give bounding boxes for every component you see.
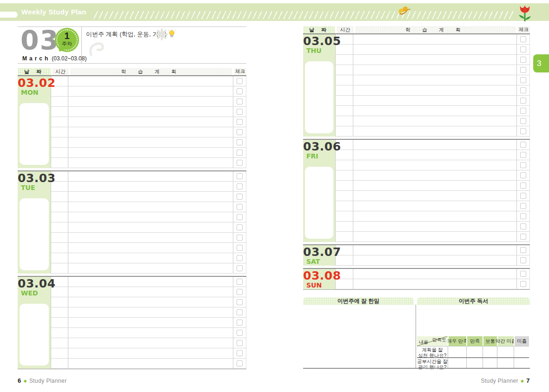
time-input-cell[interactable]: [51, 117, 68, 127]
plan-input-cell[interactable]: [353, 255, 517, 265]
task-checkbox[interactable]: [520, 213, 526, 219]
plan-input-cell[interactable]: [68, 86, 233, 96]
plan-input-cell[interactable]: [353, 55, 517, 65]
task-checkbox[interactable]: [237, 340, 243, 346]
time-input-cell[interactable]: [336, 170, 353, 180]
task-checkbox[interactable]: [237, 350, 243, 356]
time-input-cell[interactable]: [51, 359, 68, 368]
plan-input-cell[interactable]: [68, 297, 233, 307]
task-checkbox[interactable]: [237, 360, 243, 366]
task-checkbox[interactable]: [237, 88, 243, 94]
time-input-cell[interactable]: [51, 148, 68, 157]
satisfaction-input-cell[interactable]: [466, 358, 483, 368]
time-input-cell[interactable]: [336, 106, 353, 116]
task-checkbox[interactable]: [237, 245, 243, 251]
task-checkbox[interactable]: [520, 247, 526, 253]
time-input-cell[interactable]: [336, 232, 353, 242]
task-checkbox[interactable]: [237, 98, 243, 105]
day-memo-area[interactable]: [20, 304, 49, 366]
task-checkbox[interactable]: [520, 172, 526, 178]
task-checkbox[interactable]: [520, 257, 526, 263]
task-checkbox[interactable]: [237, 204, 243, 210]
task-checkbox[interactable]: [520, 281, 526, 287]
plan-input-cell[interactable]: [353, 222, 517, 231]
plan-input-cell[interactable]: [68, 318, 233, 327]
time-input-cell[interactable]: [51, 202, 68, 212]
task-checkbox[interactable]: [237, 224, 243, 230]
time-input-cell[interactable]: [51, 263, 68, 273]
task-checkbox[interactable]: [237, 265, 243, 271]
time-input-cell[interactable]: [51, 253, 68, 263]
time-input-cell[interactable]: [336, 85, 353, 95]
task-checkbox[interactable]: [520, 152, 526, 158]
time-input-cell[interactable]: [51, 192, 68, 202]
plan-input-cell[interactable]: [353, 245, 517, 255]
task-checkbox[interactable]: [520, 193, 526, 199]
task-checkbox[interactable]: [237, 173, 243, 179]
plan-input-cell[interactable]: [68, 202, 233, 212]
plan-input-cell[interactable]: [68, 328, 233, 338]
task-checkbox[interactable]: [237, 320, 243, 326]
plan-input-cell[interactable]: [353, 160, 517, 170]
plan-input-cell[interactable]: [68, 307, 233, 317]
task-checkbox[interactable]: [520, 234, 526, 240]
task-checkbox[interactable]: [237, 183, 243, 189]
task-checkbox[interactable]: [237, 289, 243, 295]
satisfaction-input-cell[interactable]: [497, 358, 514, 368]
time-input-cell[interactable]: [51, 328, 68, 338]
plan-input-cell[interactable]: [353, 96, 517, 105]
plan-input-cell[interactable]: [68, 182, 233, 191]
plan-input-cell[interactable]: [68, 192, 233, 202]
task-checkbox[interactable]: [237, 139, 243, 145]
time-input-cell[interactable]: [336, 116, 353, 126]
task-checkbox[interactable]: [520, 162, 526, 168]
time-input-cell[interactable]: [51, 212, 68, 222]
time-input-cell[interactable]: [51, 137, 68, 147]
plan-input-cell[interactable]: [68, 287, 233, 297]
task-checkbox[interactable]: [520, 271, 526, 277]
plan-input-cell[interactable]: [68, 127, 233, 137]
time-input-cell[interactable]: [51, 233, 68, 242]
task-checkbox[interactable]: [237, 129, 243, 135]
time-input-cell[interactable]: [336, 75, 353, 85]
plan-input-cell[interactable]: [353, 45, 517, 54]
time-input-cell[interactable]: [51, 97, 68, 106]
plan-input-cell[interactable]: [353, 201, 517, 211]
task-checkbox[interactable]: [237, 235, 243, 241]
task-checkbox[interactable]: [520, 183, 526, 189]
plan-input-cell[interactable]: [353, 140, 517, 150]
time-input-cell[interactable]: [336, 222, 353, 231]
plan-input-cell[interactable]: [68, 338, 233, 348]
time-input-cell[interactable]: [336, 126, 353, 136]
task-checkbox[interactable]: [237, 255, 243, 261]
task-checkbox[interactable]: [237, 194, 243, 200]
plan-input-cell[interactable]: [353, 170, 517, 180]
good-things-content-area[interactable]: [303, 305, 415, 368]
plan-input-cell[interactable]: [353, 116, 517, 126]
task-checkbox[interactable]: [520, 57, 526, 63]
task-checkbox[interactable]: [520, 36, 526, 42]
task-checkbox[interactable]: [520, 98, 526, 104]
day-memo-area[interactable]: [20, 103, 49, 165]
plan-input-cell[interactable]: [353, 75, 517, 85]
plan-input-cell[interactable]: [68, 222, 233, 232]
reading-content-area[interactable]: [416, 305, 530, 335]
plan-input-cell[interactable]: [68, 171, 233, 181]
task-checkbox[interactable]: [520, 118, 526, 124]
task-checkbox[interactable]: [520, 67, 526, 73]
plan-input-cell[interactable]: [68, 359, 233, 368]
task-checkbox[interactable]: [237, 214, 243, 220]
time-input-cell[interactable]: [51, 158, 68, 168]
satisfaction-input-cell[interactable]: [466, 346, 483, 357]
plan-input-cell[interactable]: [353, 232, 517, 242]
time-input-cell[interactable]: [51, 107, 68, 117]
task-checkbox[interactable]: [520, 108, 526, 114]
plan-input-cell[interactable]: [68, 243, 233, 253]
plan-input-cell[interactable]: [353, 126, 517, 136]
satisfaction-input-cell[interactable]: [483, 358, 497, 368]
time-input-cell[interactable]: [336, 191, 353, 201]
task-checkbox[interactable]: [520, 46, 526, 52]
task-checkbox[interactable]: [237, 309, 243, 315]
month-side-tab[interactable]: 3: [533, 54, 549, 72]
plan-input-cell[interactable]: [68, 97, 233, 106]
